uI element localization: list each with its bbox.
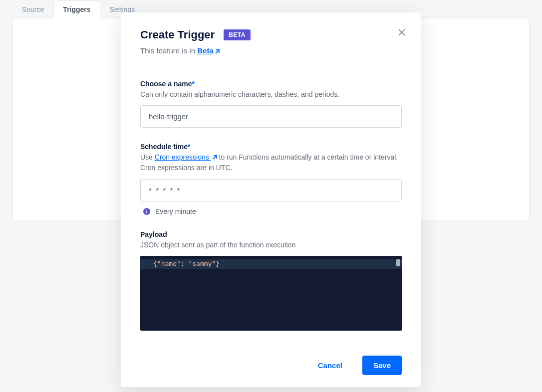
external-link-icon [215, 47, 220, 56]
payload-label: Payload [140, 230, 402, 238]
schedule-help: Use Cron expressions to run Functions au… [140, 152, 402, 173]
info-icon [143, 208, 150, 215]
svg-rect-5 [146, 211, 147, 213]
svg-line-3 [213, 156, 217, 159]
modal-header: Create Trigger BETA This feature is in B… [140, 28, 402, 56]
modal-overlay: Create Trigger BETA This feature is in B… [0, 0, 542, 392]
payload-code-editor[interactable]: {"name": "sammy"} [140, 256, 402, 331]
code-value: "sammy" [188, 260, 216, 267]
schedule-input[interactable] [140, 179, 402, 201]
required-asterisk: * [188, 143, 190, 151]
name-help: Can only contain alphanumeric characters… [140, 89, 402, 99]
svg-rect-6 [146, 209, 147, 210]
name-input[interactable] [140, 105, 402, 128]
schedule-form-group: Schedule time* Use Cron expressions to r… [140, 143, 402, 215]
cancel-button[interactable]: Cancel [307, 356, 353, 375]
external-link-icon [212, 153, 217, 163]
schedule-label: Schedule time* [140, 143, 402, 151]
cron-hint: Every minute [140, 207, 402, 215]
beta-link[interactable]: Beta [197, 46, 220, 55]
close-button[interactable] [396, 26, 408, 38]
name-form-group: Choose a name* Can only contain alphanum… [140, 80, 402, 128]
required-asterisk: * [192, 80, 194, 88]
cron-hint-text: Every minute [155, 207, 196, 215]
code-key: "name" [157, 260, 181, 267]
close-icon [398, 29, 405, 36]
cron-expressions-link[interactable]: Cron expressions [155, 153, 217, 161]
payload-help: JSON object sent as part of the function… [140, 240, 402, 250]
beta-badge: BETA [224, 29, 251, 40]
create-trigger-modal: Create Trigger BETA This feature is in B… [121, 12, 421, 387]
payload-form-group: Payload JSON object sent as part of the … [140, 230, 402, 331]
modal-title: Create Trigger [140, 28, 215, 41]
save-button[interactable]: Save [362, 356, 402, 375]
name-label: Choose a name* [140, 80, 402, 88]
modal-subtitle: This feature is in Beta [140, 46, 402, 56]
subtitle-prefix: This feature is in [140, 46, 197, 55]
svg-line-2 [216, 50, 219, 53]
modal-footer: Cancel Save [121, 346, 421, 375]
